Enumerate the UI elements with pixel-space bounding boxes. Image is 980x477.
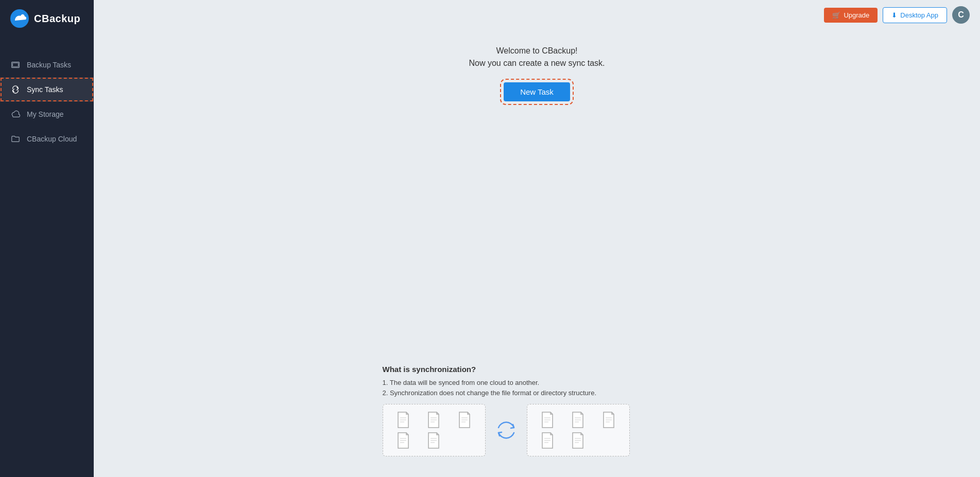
download-icon: ⬇ [891, 11, 897, 19]
sidebar-item-my-storage[interactable]: My Storage [0, 102, 94, 127]
backup-icon [10, 60, 21, 70]
header: 🛒 Upgrade ⬇ Desktop App C [814, 0, 980, 30]
sidebar-item-label-cloud: CBackup Cloud [27, 135, 77, 143]
info-point-2: 2. Synchronization does not change the f… [383, 389, 692, 397]
avatar-letter: C [958, 10, 964, 20]
sidebar-item-cbackup-cloud[interactable]: CBackup Cloud [0, 127, 94, 151]
file-icon [535, 412, 561, 428]
sync-arrows-icon [493, 417, 519, 443]
source-file-group [383, 404, 486, 456]
sidebar-item-label-storage: My Storage [27, 110, 64, 118]
logo-area[interactable]: CBackup [0, 0, 94, 37]
upgrade-icon: 🛒 [832, 11, 840, 19]
sidebar-item-sync-tasks[interactable]: Sync Tasks [0, 77, 94, 102]
info-title: What is synchronization? [383, 365, 692, 374]
cloud-icon [10, 109, 21, 119]
info-section: What is synchronization? 1. The data wil… [383, 365, 692, 456]
destination-file-group [527, 404, 630, 456]
main-content: 🛒 Upgrade ⬇ Desktop App C Welcome to CBa… [94, 0, 980, 477]
welcome-line1: Welcome to CBackup! [469, 46, 605, 56]
folder-icon [10, 134, 21, 144]
sync-diagram [383, 404, 692, 456]
file-icon [390, 432, 417, 449]
file-icon [421, 432, 447, 449]
new-task-button[interactable]: New Task [504, 82, 570, 101]
file-icon [390, 412, 417, 428]
sidebar-nav: Backup Tasks Sync Tasks My Storage [0, 52, 94, 151]
sidebar-item-backup-tasks[interactable]: Backup Tasks [0, 52, 94, 77]
logo-text: CBackup [34, 13, 80, 25]
info-point-1: 1. The data will be synced from one clou… [383, 379, 692, 386]
sidebar-item-label-backup: Backup Tasks [27, 61, 71, 69]
sync-icon [10, 84, 21, 95]
sync-arrow-area [486, 417, 527, 443]
desktop-app-label: Desktop App [900, 11, 938, 19]
file-icon [421, 412, 447, 428]
welcome-section: Welcome to CBackup! Now you can create a… [469, 46, 605, 101]
svg-rect-2 [13, 63, 19, 66]
sidebar: CBackup Backup Tasks Sync [0, 0, 94, 477]
desktop-app-button[interactable]: ⬇ Desktop App [883, 7, 947, 23]
welcome-line2: Now you can create a new sync task. [469, 59, 605, 68]
file-icon [451, 412, 477, 428]
file-icon [595, 412, 622, 428]
file-icon [565, 432, 591, 449]
cbackup-logo-icon [10, 9, 29, 28]
upgrade-button[interactable]: 🛒 Upgrade [824, 8, 878, 23]
upgrade-label: Upgrade [844, 11, 869, 19]
file-icon [565, 412, 591, 428]
sidebar-item-label-sync: Sync Tasks [27, 85, 63, 94]
file-icon [535, 432, 561, 449]
avatar[interactable]: C [952, 6, 970, 24]
